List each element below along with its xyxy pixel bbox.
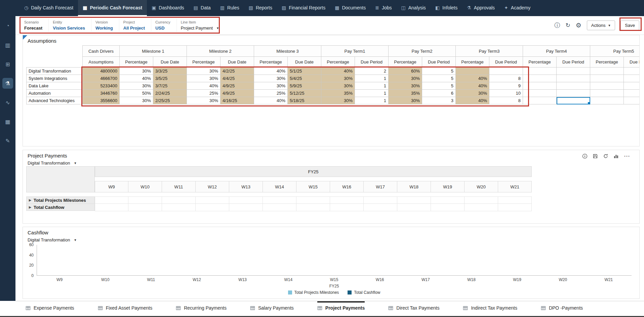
pov-field-entity[interactable]: EntityVision Services xyxy=(49,19,91,32)
column-header-percentage[interactable]: Percentage xyxy=(590,57,624,67)
column-group-milestone-1[interactable]: Milestone 1 xyxy=(120,46,187,57)
pov-field-scenario[interactable]: ScenarioForecast xyxy=(20,19,49,32)
column-header-percentage[interactable]: Percentage xyxy=(456,57,489,67)
grid-cell[interactable]: 5/18/25 xyxy=(288,97,321,104)
grid-cell[interactable] xyxy=(465,204,498,211)
column-group-milestone-3[interactable]: Milestone 3 xyxy=(254,46,321,57)
grid-cell[interactable]: 30% xyxy=(187,97,220,104)
column-header-w21[interactable]: W21 xyxy=(498,181,532,192)
grid-cell[interactable]: 30% xyxy=(389,97,422,104)
grid-cell[interactable] xyxy=(489,67,523,75)
grid-cell[interactable]: 4/16/25 xyxy=(220,97,254,104)
grid-cell[interactable] xyxy=(95,204,128,211)
pov-field-project[interactable]: ProjectAll Project xyxy=(119,19,151,32)
grid-cell[interactable]: 3/3/25 xyxy=(153,67,187,75)
grid-cell[interactable]: 30% xyxy=(389,82,422,90)
grid-cell[interactable] xyxy=(624,82,639,90)
grid-cell[interactable] xyxy=(162,196,196,204)
forms-beaker-icon[interactable]: ⚗ xyxy=(2,78,13,89)
grid-cell[interactable] xyxy=(590,97,624,104)
column-header-assumptions[interactable]: Assumptions xyxy=(83,57,120,67)
grid-cell[interactable] xyxy=(431,196,465,204)
column-group-pay-term1[interactable]: Pay Term1 xyxy=(321,46,389,57)
grid-cell[interactable]: 40% xyxy=(456,97,489,104)
gauge-icon[interactable]: ◔ xyxy=(2,20,13,31)
grid-cell[interactable] xyxy=(624,90,639,97)
grid-cell[interactable]: 25% xyxy=(254,90,288,97)
nav-tab-reports[interactable]: ▧Reports xyxy=(244,0,277,16)
pov-field-currency[interactable]: CurrencyUSD xyxy=(151,19,177,32)
bottom-tab-salary-payments[interactable]: Salary Payments xyxy=(250,301,294,313)
column-header-w15[interactable]: W15 xyxy=(296,181,330,192)
grid-cell[interactable]: 5/4/25 xyxy=(288,75,321,82)
grid-cell[interactable] xyxy=(624,67,639,75)
grid-cell[interactable]: 6 xyxy=(422,90,456,97)
grid-cell[interactable]: 3/7/25 xyxy=(153,82,187,90)
column-header-w14[interactable]: W14 xyxy=(263,181,296,192)
bottom-tab-recurring-payments[interactable]: Recurring Payments xyxy=(176,301,227,313)
grid-cell[interactable]: 25% xyxy=(187,90,220,97)
nav-tab-dashboards[interactable]: ▣Dashboards xyxy=(147,0,189,16)
grid-cell[interactable]: 5233400 xyxy=(83,82,120,90)
column-header-due-period[interactable]: Due Period xyxy=(489,57,523,67)
grid-cell[interactable]: 1 xyxy=(355,90,389,97)
grid-cell[interactable]: 30% xyxy=(120,82,153,90)
grid-cell[interactable]: 30% xyxy=(321,97,355,104)
grid-cell[interactable] xyxy=(590,75,624,82)
column-header-due-period[interactable]: Due Period xyxy=(557,57,590,67)
save-icon[interactable] xyxy=(593,153,598,159)
grid-cell[interactable] xyxy=(196,204,229,211)
column-group-pay-term4[interactable]: Pay Term4 xyxy=(523,46,590,57)
grid-cell[interactable] xyxy=(498,204,532,211)
nav-tab-infolets[interactable]: ◧Infolets xyxy=(431,0,462,16)
grid-cell[interactable]: 40% xyxy=(187,82,220,90)
grid-cell[interactable]: 1 xyxy=(355,82,389,90)
more-options-icon[interactable]: ⋯ xyxy=(624,155,630,158)
grid-cell[interactable]: 40% xyxy=(120,75,153,82)
grid-cell[interactable]: 60% xyxy=(389,67,422,75)
grid-cell[interactable]: 4/2/25 xyxy=(220,67,254,75)
grid-cell[interactable] xyxy=(95,196,128,204)
nav-tab-jobs[interactable]: ≣Jobs xyxy=(370,0,396,16)
grid-cell[interactable] xyxy=(557,90,590,97)
nav-tab-academy[interactable]: ✦Academy xyxy=(499,0,535,16)
grid-cell[interactable]: 4/9/25 xyxy=(220,82,254,90)
grid-cell[interactable] xyxy=(557,97,590,104)
grid-cell[interactable] xyxy=(364,196,397,204)
grid-cell[interactable] xyxy=(456,67,489,75)
pov-field-version[interactable]: VersionWorking xyxy=(91,19,119,32)
analytics-wave-icon[interactable]: ∿ xyxy=(2,97,13,108)
grid-cell[interactable] xyxy=(263,196,296,204)
grid-cell[interactable]: 3/5/25 xyxy=(153,75,187,82)
column-header-w19[interactable]: W19 xyxy=(431,181,465,192)
column-group-pay-term3[interactable]: Pay Term3 xyxy=(456,46,523,57)
grid-cell[interactable]: 40% xyxy=(456,82,489,90)
column-header-w20[interactable]: W20 xyxy=(465,181,498,192)
column-header-due-period[interactable]: Due Period xyxy=(355,57,389,67)
column-header-percentage[interactable]: Percentage xyxy=(120,57,153,67)
row-header-advanced-technologies[interactable]: Advanced Technologies xyxy=(27,97,83,104)
grid-cell[interactable]: 30% xyxy=(321,75,355,82)
grid-cell[interactable]: 5/1/25 xyxy=(288,67,321,75)
column-header-due-date[interactable]: Due Date xyxy=(153,57,187,67)
column-header-w11[interactable]: W11 xyxy=(162,181,196,192)
grid-cell[interactable] xyxy=(128,204,162,211)
grid-cell[interactable]: 10 xyxy=(489,90,523,97)
column-header-w10[interactable]: W10 xyxy=(128,181,162,192)
grid-cell[interactable] xyxy=(523,90,557,97)
grid-cell[interactable] xyxy=(229,196,263,204)
column-header-due-period[interactable]: Due Period xyxy=(422,57,456,67)
nav-tab-rules[interactable]: ▥Rules xyxy=(215,0,244,16)
grid-cell[interactable] xyxy=(590,67,624,75)
grid-cell[interactable]: 30% xyxy=(254,82,288,90)
column-group-pay-term2[interactable]: Pay Term2 xyxy=(389,46,456,57)
pov-field-line-item[interactable]: Line ItemProject Payment▼ xyxy=(177,19,225,32)
column-group-pay-term5[interactable]: Pay Term5 xyxy=(590,46,639,57)
grid-cell[interactable] xyxy=(523,97,557,104)
row-header-system-integrations[interactable]: System Integrations xyxy=(27,75,83,82)
grid-cell[interactable] xyxy=(263,204,296,211)
grid-cell[interactable]: 5 xyxy=(422,75,456,82)
compose-pencil-icon[interactable]: ✎ xyxy=(2,135,13,146)
grid-cell[interactable] xyxy=(523,75,557,82)
save-button[interactable]: Save xyxy=(620,20,639,30)
